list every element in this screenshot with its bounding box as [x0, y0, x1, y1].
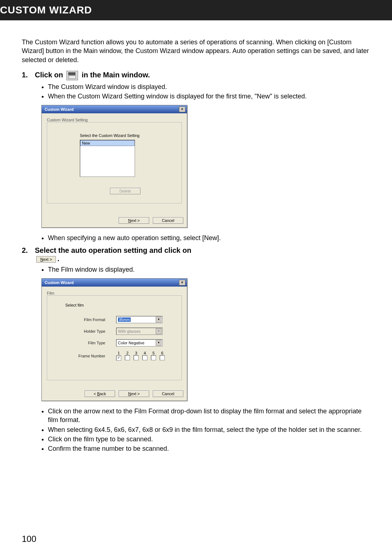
dialog1-group-label: Custom Wizard Setting [47, 118, 182, 122]
step-1-bullets: The Custom Wizard window is displayed. W… [41, 82, 370, 101]
chevron-down-icon[interactable]: ▾ [156, 340, 162, 346]
inline-next-rest: ext > [43, 257, 52, 262]
dialog1-list-item-new[interactable]: New [80, 140, 135, 146]
frame-num: 3 [134, 351, 139, 355]
dialog2-next-rest: ext > [131, 392, 140, 396]
frame-num: 4 [142, 351, 147, 355]
step-2-bullets-post: Click on the arrow next to the Film Form… [41, 407, 370, 453]
frame-num: 2 [125, 351, 130, 355]
dialog-custom-wizard-setting: Custom Wizard × Custom Wizard Setting Se… [41, 105, 187, 228]
dialog1-prompt: Select the Custom Wizard Setting [80, 133, 171, 138]
chevron-down-icon[interactable]: ▾ [156, 328, 162, 334]
frame-checkbox-3[interactable] [134, 355, 139, 360]
dialog2-next-button[interactable]: Next > [119, 390, 149, 397]
step-2-bullets-pre: The Film window is displayed. [41, 265, 370, 274]
film-type-combo[interactable]: Color Negative ▾ [116, 339, 163, 347]
step-1-bullet: The Custom Wizard window is displayed. [48, 82, 370, 91]
dialog1-titlebar: Custom Wizard × [42, 105, 187, 113]
dialog2-back-u: B [97, 392, 100, 396]
chevron-down-icon[interactable]: ▾ [156, 317, 162, 323]
dialog-film: Custom Wizard × Film Select film Film Fo… [41, 278, 187, 401]
step-1-bullet: When the Custom Wizard Setting window is… [48, 92, 370, 101]
dialog2-group-label: Film [47, 291, 182, 295]
film-format-label: Film Format [65, 317, 116, 322]
step-2-bullet-pre: The Film window is displayed. [48, 265, 370, 274]
step-1-text-after: in the Main window. [82, 71, 150, 79]
dialog2-back-rest: ack [100, 392, 106, 396]
custom-wizard-toolbar-icon [66, 71, 78, 80]
step-1-post-bullets: When specifying a new auto operation set… [41, 234, 370, 242]
page-number: 100 [22, 534, 36, 544]
step-2-heading: 2. Select the auto operation setting and… [22, 246, 370, 263]
inline-next-button-graphic: Next > [36, 256, 56, 263]
dialog2-prompt: Select film [65, 303, 174, 307]
frame-number-group: 1✓ 2 3 4 5 6 [116, 351, 165, 361]
page-title: CUSTOM WIZARD [0, 4, 92, 16]
frame-num: 6 [160, 351, 165, 355]
step-2-bullet-post: Confirm the frame number to be scanned. [48, 444, 370, 453]
step-2-text: Select the auto operation setting and cl… [35, 246, 191, 254]
intro-paragraph: The Custom Wizard function allows you to… [22, 38, 370, 64]
holder-type-value: With glasses [118, 329, 140, 333]
dialog1-next-button[interactable]: Next > [119, 217, 149, 224]
step-2-bullet-post: Click on the arrow next to the Film Form… [48, 407, 370, 425]
frame-checkbox-6[interactable] [160, 355, 165, 360]
dialog2-back-button[interactable]: < Back [85, 390, 115, 397]
film-format-value: 35mm [118, 317, 131, 322]
inline-next-u: N [40, 257, 43, 262]
film-format-combo[interactable]: 35mm ▾ [116, 316, 163, 323]
frame-num: 5 [151, 351, 156, 355]
frame-checkbox-5[interactable] [151, 355, 156, 360]
step-2-bullet-post: When selecting 6x4.5, 6x6, 6x7, 6x8 or 6… [48, 425, 370, 434]
dialog1-delete-button[interactable]: Delete [110, 188, 140, 194]
dialog2-next-u: N [128, 392, 131, 396]
dialog2-cancel-button[interactable]: Cancel [153, 390, 183, 397]
holder-type-label: Holder Type [65, 329, 116, 333]
frame-num: 1 [116, 351, 121, 355]
dialog2-title: Custom Wizard [45, 280, 74, 285]
step-1-number: 1. [22, 71, 35, 79]
dialog2-close-icon[interactable]: × [179, 280, 185, 285]
dialog1-close-icon[interactable]: × [179, 106, 185, 112]
page-title-band: CUSTOM WIZARD [0, 0, 392, 20]
dialog1-next-underline: N [128, 218, 131, 223]
step-1-text-before: Click on [35, 71, 65, 79]
dialog1-listbox[interactable]: New [80, 140, 135, 177]
film-type-label: Film Type [65, 341, 116, 345]
step-2-period: . [57, 255, 60, 263]
frame-number-label: Frame Number [65, 354, 116, 358]
holder-type-combo[interactable]: With glasses ▾ [116, 328, 163, 335]
dialog1-next-rest: ext > [131, 218, 140, 223]
film-type-value: Color Negative [118, 341, 144, 345]
step-2-number: 2. [22, 246, 35, 255]
dialog1-cancel-button[interactable]: Cancel [153, 217, 183, 224]
frame-checkbox-4[interactable] [142, 355, 147, 360]
step-1-heading: 1. Click on in the Main window. [22, 71, 370, 80]
dialog1-title: Custom Wizard [45, 107, 74, 112]
step-1-post-bullet: When specifying a new auto operation set… [48, 234, 370, 242]
step-2-bullet-post: Click on the film type to be scanned. [48, 435, 370, 443]
frame-checkbox-1[interactable]: ✓ [116, 356, 121, 361]
frame-checkbox-2[interactable] [125, 355, 130, 360]
dialog2-titlebar: Custom Wizard × [42, 279, 187, 287]
